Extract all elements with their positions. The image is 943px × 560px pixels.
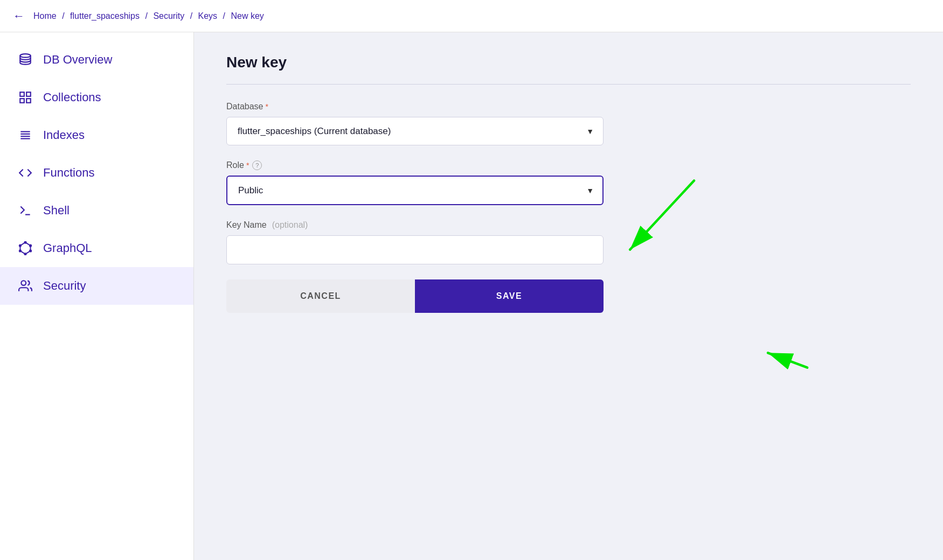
svg-point-19 (19, 250, 21, 251)
content-area: New key Database * flutter_spaceships (C… (194, 32, 943, 560)
svg-point-0 (20, 54, 31, 58)
role-required: * (246, 161, 249, 170)
svg-point-17 (30, 250, 31, 251)
key-name-optional: (optional) (272, 220, 308, 230)
database-required: * (266, 102, 268, 111)
database-form-group: Database * flutter_spaceships (Current d… (226, 102, 911, 145)
grid-icon (17, 89, 33, 106)
role-select[interactable]: PublicAdminServer (226, 176, 604, 205)
sidebar-label-shell: Shell (43, 204, 70, 218)
role-help-icon[interactable]: ? (252, 160, 262, 170)
code-icon (17, 165, 33, 181)
svg-rect-2 (26, 92, 31, 96)
sidebar-item-collections[interactable]: Collections (0, 79, 193, 116)
database-select[interactable]: flutter_spaceships (Current database) (226, 117, 604, 145)
sidebar-label-functions: Functions (43, 166, 94, 180)
sidebar-label-db-overview: DB Overview (43, 53, 112, 67)
sidebar-item-shell[interactable]: Shell (0, 192, 193, 229)
button-row: CANCEL SAVE (226, 279, 604, 313)
svg-point-18 (24, 253, 26, 255)
breadcrumb: Home / flutter_spaceships / Security / K… (33, 11, 264, 21)
database-icon (17, 52, 33, 68)
breadcrumb-db[interactable]: flutter_spaceships (70, 11, 140, 20)
graphql-icon (17, 240, 33, 256)
cancel-button[interactable]: CANCEL (226, 279, 415, 313)
svg-rect-4 (26, 99, 31, 103)
svg-rect-3 (20, 99, 24, 103)
security-icon (17, 278, 33, 294)
sidebar-item-indexes[interactable]: Indexes (0, 116, 193, 154)
page-title: New key (226, 54, 911, 71)
sidebar-item-graphql[interactable]: GraphQL (0, 229, 193, 267)
key-name-input[interactable] (226, 235, 604, 264)
role-select-wrapper: PublicAdminServer ▼ (226, 176, 604, 205)
svg-marker-14 (20, 242, 30, 254)
sidebar-label-security: Security (43, 279, 86, 293)
sidebar-item-security[interactable]: Security (0, 267, 193, 305)
breadcrumb-security[interactable]: Security (153, 11, 184, 20)
role-label: Role * ? (226, 160, 911, 170)
breadcrumb-home[interactable]: Home (33, 11, 57, 20)
main-layout: DB Overview Collections (0, 32, 943, 560)
content-wrapper: New key Database * flutter_spaceships (C… (226, 54, 911, 313)
sidebar-item-db-overview[interactable]: DB Overview (0, 41, 193, 79)
svg-rect-1 (20, 92, 24, 96)
sidebar-label-indexes: Indexes (43, 128, 85, 142)
top-bar: ← Home / flutter_spaceships / Security /… (0, 0, 943, 32)
sidebar-label-graphql: GraphQL (43, 241, 92, 255)
sidebar-item-functions[interactable]: Functions (0, 154, 193, 192)
svg-point-16 (30, 245, 31, 247)
role-form-group: Role * ? PublicAdminServer ▼ (226, 160, 911, 205)
back-button[interactable]: ← (13, 9, 25, 23)
key-name-label: Key Name (optional) (226, 220, 911, 230)
breadcrumb-new-key: New key (231, 11, 264, 20)
svg-point-15 (24, 242, 26, 243)
svg-point-20 (19, 245, 21, 247)
breadcrumb-keys[interactable]: Keys (198, 11, 218, 20)
sidebar-label-collections: Collections (43, 90, 101, 104)
database-label: Database * (226, 102, 911, 111)
key-name-form-group: Key Name (optional) (226, 220, 911, 264)
terminal-icon (17, 202, 33, 219)
list-icon (17, 127, 33, 143)
sidebar: DB Overview Collections (0, 32, 194, 560)
database-select-wrapper: flutter_spaceships (Current database) ▼ (226, 117, 604, 145)
divider (226, 84, 911, 85)
save-button[interactable]: SAVE (415, 279, 604, 313)
svg-point-21 (21, 281, 26, 285)
